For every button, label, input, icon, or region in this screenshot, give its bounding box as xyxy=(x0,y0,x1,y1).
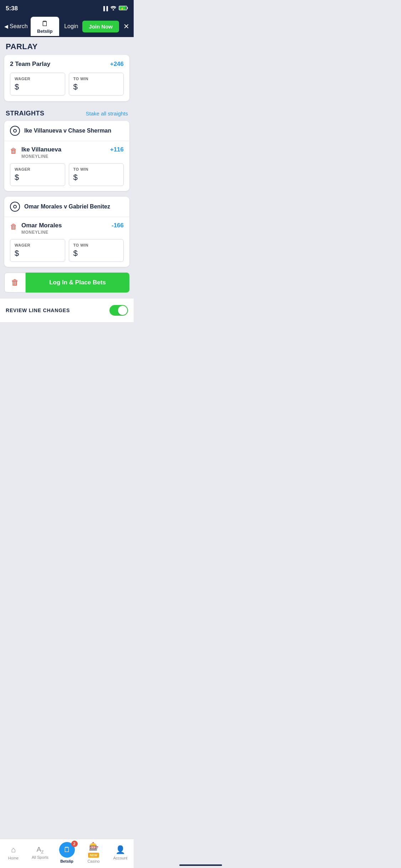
parlay-wager-label: WAGER xyxy=(15,77,61,81)
back-arrow-icon: ◀ xyxy=(4,24,8,29)
bet-row-header-2: 🗑 Omar Morales MONEYLINE -166 xyxy=(10,222,124,235)
bet-type-1: MONEYLINE xyxy=(21,154,61,159)
parlay-title: PARLAY xyxy=(6,42,38,51)
bet1-towin-value: $ xyxy=(73,173,119,182)
target-inner-1 xyxy=(13,129,17,133)
bet-player-1: Ike Villanueva xyxy=(21,146,61,153)
review-line-changes: REVIEW LINE CHANGES xyxy=(0,298,134,322)
bet1-towin-field[interactable]: TO WIN $ xyxy=(69,163,124,186)
betslip-tab[interactable]: 🗒 Betslip xyxy=(31,17,59,36)
bet-row-2: 🗑 Omar Morales MONEYLINE -166 WAGER $ TO… xyxy=(4,217,129,267)
bet2-towin-value: $ xyxy=(73,249,119,258)
join-now-button[interactable]: Join Now xyxy=(82,21,119,32)
bet2-towin-label: TO WIN xyxy=(73,243,119,247)
status-icons: ▐▐ ⚡ xyxy=(102,6,128,11)
svg-point-0 xyxy=(113,9,114,10)
bet-left-2: 🗑 Omar Morales MONEYLINE xyxy=(10,222,62,235)
match-group-1: Ike Villanueva v Chase Sherman 🗑 Ike Vil… xyxy=(4,121,129,191)
match-title-1: Ike Villanueva v Chase Sherman xyxy=(24,128,111,134)
match-header-2: Omar Morales v Gabriel Benitez xyxy=(4,197,129,217)
target-inner-2 xyxy=(13,205,17,208)
signal-icon: ▐▐ xyxy=(102,6,108,11)
betslip-tab-label: Betslip xyxy=(37,29,52,34)
parlay-wager-field[interactable]: WAGER $ xyxy=(10,73,65,95)
bet2-wager-value: $ xyxy=(15,249,61,258)
bet1-towin-label: TO WIN xyxy=(73,167,119,171)
bet-type-2: MONEYLINE xyxy=(21,230,62,235)
bet1-wager-value: $ xyxy=(15,173,61,182)
svg-text:⚡: ⚡ xyxy=(120,7,124,10)
parlay-section-header: PARLAY xyxy=(0,37,134,55)
bet2-wager-label: WAGER xyxy=(15,243,61,247)
header-actions: Login Join Now ✕ xyxy=(64,21,129,32)
bet1-wager-field[interactable]: WAGER $ xyxy=(10,163,65,186)
back-search-btn[interactable]: ◀ Search xyxy=(4,23,28,30)
battery-icon: ⚡ xyxy=(119,6,128,11)
review-toggle[interactable] xyxy=(109,305,128,316)
toggle-thumb xyxy=(118,306,127,315)
target-icon-2 xyxy=(10,202,20,212)
bet-row-1: 🗑 Ike Villanueva MONEYLINE +116 WAGER $ … xyxy=(4,141,129,191)
parlay-wager-row: WAGER $ TO WIN $ xyxy=(10,73,124,95)
betslip-tab-icon: 🗒 xyxy=(41,20,48,28)
bet1-wager-label: WAGER xyxy=(15,167,61,171)
parlay-odds: +246 xyxy=(110,61,124,68)
bet2-towin-field[interactable]: TO WIN $ xyxy=(69,239,124,262)
target-icon-1 xyxy=(10,126,20,136)
match-header-1: Ike Villanueva v Chase Sherman xyxy=(4,121,129,141)
close-button[interactable]: ✕ xyxy=(123,22,129,31)
parlay-towin-value: $ xyxy=(73,82,119,92)
main-content: PARLAY 2 Team Parlay +246 WAGER $ TO WIN… xyxy=(0,37,134,351)
stake-all-link[interactable]: Stake all straights xyxy=(86,110,128,117)
parlay-card-title: 2 Team Parlay xyxy=(10,61,50,68)
bet1-wager-row: WAGER $ TO WIN $ xyxy=(10,163,124,186)
bet-left-1: 🗑 Ike Villanueva MONEYLINE xyxy=(10,146,61,159)
back-search-label: Search xyxy=(10,23,28,30)
bet2-wager-row: WAGER $ TO WIN $ xyxy=(10,239,124,262)
delete-bet-1-icon[interactable]: 🗑 xyxy=(10,147,17,155)
straights-title: STRAIGHTS xyxy=(6,110,45,117)
wifi-icon xyxy=(110,6,117,11)
review-label: REVIEW LINE CHANGES xyxy=(6,308,70,313)
delete-all-button[interactable]: 🗑 xyxy=(4,273,26,293)
straights-header: STRAIGHTS Stake all straights xyxy=(0,107,134,121)
bet2-wager-field[interactable]: WAGER $ xyxy=(10,239,65,262)
login-button[interactable]: Login xyxy=(64,23,78,30)
match-title-2: Omar Morales v Gabriel Benitez xyxy=(24,203,110,210)
parlay-card: 2 Team Parlay +246 WAGER $ TO WIN $ xyxy=(4,55,129,101)
bet-player-2: Omar Morales xyxy=(21,222,62,229)
status-bar: 5:38 ▐▐ ⚡ xyxy=(0,0,134,16)
bet2-odds: -166 xyxy=(112,222,124,229)
parlay-towin-label: TO WIN xyxy=(73,77,119,81)
bet-info-2: Omar Morales MONEYLINE xyxy=(21,222,62,235)
bottom-actions: 🗑 Log In & Place Bets xyxy=(4,273,129,293)
nav-header: ◀ Search 🗒 Betslip Login Join Now ✕ xyxy=(0,16,134,37)
parlay-towin-field[interactable]: TO WIN $ xyxy=(69,73,124,95)
parlay-wager-value: $ xyxy=(15,82,61,92)
bet-row-header-1: 🗑 Ike Villanueva MONEYLINE +116 xyxy=(10,146,124,159)
delete-all-icon: 🗑 xyxy=(11,278,19,287)
bet1-odds: +116 xyxy=(110,146,124,153)
delete-bet-2-icon[interactable]: 🗑 xyxy=(10,223,17,231)
bet-info-1: Ike Villanueva MONEYLINE xyxy=(21,146,61,159)
svg-rect-2 xyxy=(127,7,128,9)
place-bets-button[interactable]: Log In & Place Bets xyxy=(26,273,129,293)
status-time: 5:38 xyxy=(6,5,18,12)
parlay-card-header: 2 Team Parlay +246 xyxy=(10,61,124,68)
match-group-2: Omar Morales v Gabriel Benitez 🗑 Omar Mo… xyxy=(4,197,129,267)
